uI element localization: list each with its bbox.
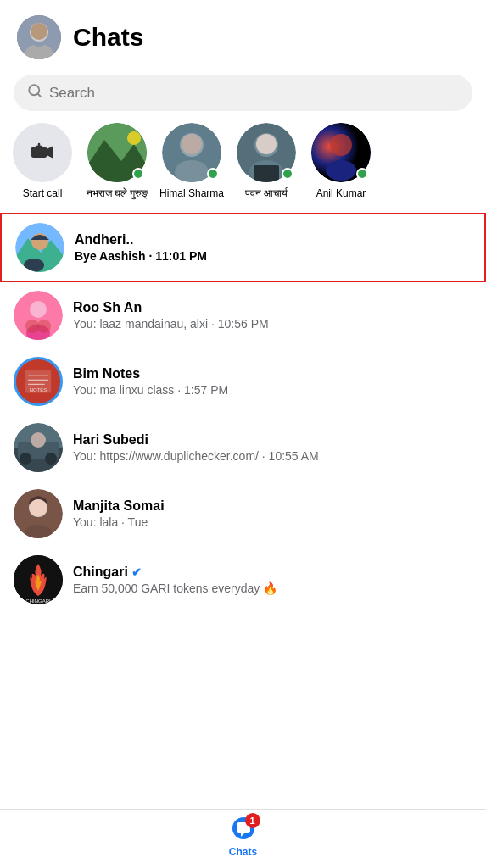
nav-chats[interactable]: 1 Chats: [229, 816, 257, 858]
chat-avatar-bimnotes: NOTES: [14, 357, 63, 406]
chat-content-andheri: Andheri.. Bye Aashish · 11:01 PM: [75, 232, 471, 263]
svg-text:CHINGARI: CHINGARI: [25, 598, 51, 604]
story-item-3[interactable]: पवन आचार्य: [232, 123, 300, 201]
story-item-1[interactable]: नभराज घले गुरुङ्: [83, 123, 151, 201]
svg-point-36: [37, 320, 51, 333]
online-indicator: [207, 168, 219, 180]
chat-content-chingari: Chingari ✔ Earn 50,000 GARI tokens every…: [73, 565, 472, 595]
svg-point-46: [20, 453, 31, 465]
chat-item-chingari[interactable]: CHINGARI Chingari ✔ Earn 50,000 GARI tok…: [0, 547, 486, 613]
chat-item-bimnotes[interactable]: NOTES Bim Notes You: ma linxu class · 1:…: [0, 348, 486, 415]
chat-item-manjita[interactable]: Manjita Somai You: lala · Tue: [0, 481, 486, 547]
chat-name-rooshan: Roo Sh An: [73, 300, 472, 315]
chat-name-chingari: Chingari ✔: [73, 565, 472, 580]
chat-preview-andheri: Bye Aashish · 11:01 PM: [75, 249, 471, 263]
svg-point-31: [24, 259, 44, 272]
story-name-3: पवन आचार्य: [245, 187, 288, 201]
chat-name-hari: Hari Subedi: [73, 432, 472, 448]
chat-list: Andheri.. Bye Aashish · 11:01 PM Roo Sh …: [0, 213, 486, 613]
online-indicator: [356, 168, 368, 180]
story-name-4: Anil Kumar: [316, 187, 366, 201]
chat-content-manjita: Manjita Somai You: lala · Tue: [73, 498, 472, 529]
svg-point-3: [31, 23, 47, 40]
chat-avatar-manjita: [14, 489, 63, 538]
svg-point-13: [127, 131, 141, 145]
svg-point-21: [256, 134, 277, 154]
svg-point-25: [330, 134, 352, 156]
story-item-2[interactable]: Himal Sharma: [158, 123, 226, 201]
svg-point-33: [30, 301, 47, 318]
header: Chats: [0, 0, 486, 68]
svg-point-35: [25, 320, 39, 333]
chat-content-bimnotes: Bim Notes You: ma linxu class · 1:57 PM: [73, 366, 472, 397]
chat-content-rooshan: Roo Sh An You: laaz mandainau, alxi · 10…: [73, 300, 472, 331]
chat-name-bimnotes: Bim Notes: [73, 366, 472, 381]
chat-item-andheri[interactable]: Andheri.. Bye Aashish · 11:01 PM: [0, 213, 486, 282]
svg-point-48: [31, 432, 46, 448]
chat-name-andheri: Andheri..: [75, 232, 471, 248]
chat-content-hari: Hari Subedi You: https://www.duplichecke…: [73, 432, 472, 463]
verified-badge: ✔: [131, 565, 142, 579]
story-name-1: नभराज घले गुरुङ्: [87, 187, 148, 201]
start-call-button[interactable]: Start call: [8, 123, 76, 201]
story-name-2: Himal Sharma: [159, 187, 224, 201]
nav-chats-label: Chats: [229, 846, 257, 858]
chat-preview-chingari: Earn 50,000 GARI tokens everyday 🔥: [73, 581, 472, 595]
search-input[interactable]: [49, 85, 459, 102]
online-indicator: [132, 168, 144, 180]
start-call-label: Start call: [23, 187, 63, 201]
chat-item-hari[interactable]: Hari Subedi You: https://www.duplichecke…: [0, 415, 486, 481]
chat-item-rooshan[interactable]: Roo Sh An You: laaz mandainau, alxi · 10…: [0, 282, 486, 348]
chat-avatar-chingari: CHINGARI: [14, 555, 63, 604]
chat-preview-manjita: You: lala · Tue: [73, 515, 472, 529]
chat-nav-icon-wrap: 1: [232, 816, 255, 843]
chat-badge: 1: [245, 813, 260, 828]
svg-rect-22: [254, 165, 279, 182]
chat-preview-hari: You: https://www.duplichecker.com/ · 10:…: [73, 449, 472, 463]
chat-avatar-hari: [14, 423, 63, 472]
online-indicator: [282, 168, 293, 180]
search-bar[interactable]: [14, 75, 472, 111]
page-title: Chats: [73, 23, 143, 52]
svg-text:NOTES: NOTES: [30, 387, 47, 392]
search-icon: [27, 83, 42, 103]
chat-preview-rooshan: You: laaz mandainau, alxi · 10:56 PM: [73, 317, 472, 331]
svg-point-52: [30, 499, 47, 516]
chat-preview-bimnotes: You: ma linxu class · 1:57 PM: [73, 383, 472, 397]
story-row: Start call नभराज घले गुरुङ्: [0, 123, 486, 213]
chat-avatar-andheri: [15, 223, 64, 272]
svg-marker-7: [47, 146, 53, 159]
svg-point-17: [182, 134, 202, 154]
svg-point-47: [45, 453, 57, 465]
user-avatar[interactable]: [17, 15, 61, 59]
story-item-4[interactable]: Anil Kumar: [307, 123, 375, 201]
svg-point-26: [326, 160, 356, 181]
svg-line-5: [37, 93, 40, 96]
chat-avatar-rooshan: [14, 291, 63, 340]
bottom-nav: 1 Chats: [0, 809, 486, 868]
chat-name-manjita: Manjita Somai: [73, 498, 472, 514]
